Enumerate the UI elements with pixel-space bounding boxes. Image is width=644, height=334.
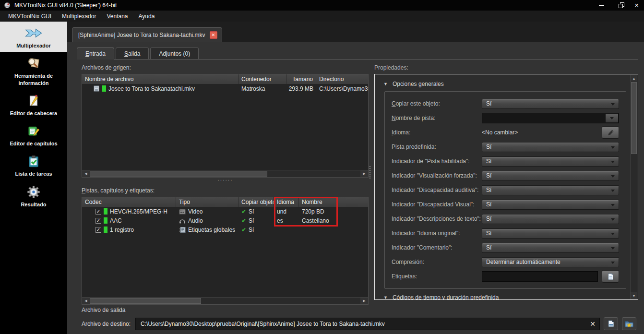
scrollbar-thumb[interactable] — [631, 82, 637, 154]
nombre-pista-combo[interactable] — [482, 113, 619, 123]
track-codec: AAC — [110, 217, 122, 224]
prop-row-discapacidad-auditiva: Indicador "Discapacidad auditiva": Sí — [392, 183, 619, 197]
track-row-video[interactable]: ✓ HEVC/H.265/MPEG-H — [82, 207, 368, 216]
menu-ayuda[interactable]: Ayuda — [133, 12, 160, 21]
discapacidad-visual-select[interactable]: Sí — [482, 200, 619, 210]
properties-panel: ▼ Opciones generales Copiar este objeto:… — [374, 74, 638, 300]
prop-label: Indicador "Descripciones de texto": — [392, 215, 482, 222]
column-header[interactable]: Contenedor — [239, 74, 286, 84]
descripciones-texto-select[interactable]: Sí — [482, 214, 619, 224]
source-files-hscrollbar[interactable]: ◀ ▶ — [82, 170, 368, 177]
section-codigos-tiempo[interactable]: ▼ Códigos de tiempo y duración predefini… — [383, 294, 626, 299]
favorite-folder-button[interactable] — [622, 317, 636, 330]
section-opciones-generales[interactable]: ▼ Opciones generales — [383, 81, 626, 87]
tab-adjuntos[interactable]: Adjuntos (0) — [150, 48, 199, 59]
copiar-objeto-select[interactable]: Sí — [482, 99, 619, 109]
sidebar-item-label: Lista de tareas — [15, 170, 52, 177]
sidebar-item-label: Editor de cabecera — [10, 110, 57, 117]
track-checkbox[interactable]: ✓ — [95, 227, 101, 233]
tab-entrada[interactable]: Entrada — [77, 48, 114, 60]
scroll-down-icon[interactable]: ▼ — [631, 292, 637, 299]
pista-predefinida-select[interactable]: Sí — [482, 142, 619, 152]
track-checkbox[interactable]: ✓ — [95, 209, 101, 215]
prop-row-compresion: Compresión: Determinar automáticamente — [392, 255, 619, 269]
folder-star-icon — [625, 320, 633, 328]
tracks-hscrollbar[interactable]: ◀ ▶ — [82, 297, 368, 304]
visualizacion-forzada-select[interactable]: Sí — [482, 171, 619, 181]
sidebar-item-editor-cabecera[interactable]: Editor de cabecera — [0, 89, 67, 119]
tracks-header: Codec Tipo Copiar objeto Idioma Nombre — [82, 197, 368, 207]
general-options-group: Copiar este objeto: Sí Nombre de pista: … — [384, 91, 626, 289]
etiquetas-input[interactable] — [482, 271, 598, 282]
horizontal-splitter[interactable]: ······ — [82, 178, 369, 182]
info-tool-icon — [24, 55, 43, 72]
column-header[interactable]: Directorio — [316, 74, 368, 84]
scrollbar-thumb[interactable] — [90, 298, 201, 304]
track-codec: 1 registro — [110, 227, 134, 233]
restore-button[interactable] — [611, 0, 632, 11]
source-files-header: Nombre de archivo Contenedor Tamaño Dire… — [82, 74, 368, 84]
sidebar-item-lista-tareas[interactable]: Lista de tareas — [0, 150, 67, 180]
scroll-right-icon[interactable]: ▶ — [360, 170, 368, 177]
prop-row-pista-habilitada: Indicador de "Pista habilitada": Sí — [392, 154, 619, 168]
sidebar-item-herramienta-informacion[interactable]: Herramienta de información — [0, 52, 67, 89]
column-header[interactable]: Nombre de archivo — [82, 74, 239, 84]
header-editor-icon — [24, 93, 43, 109]
column-header[interactable]: Copiar objeto — [239, 197, 274, 207]
scroll-left-icon[interactable]: ◀ — [82, 170, 90, 177]
properties-vscrollbar[interactable]: ▲ ▼ — [630, 75, 637, 299]
file-tab[interactable]: [SphinxAnime] Josee to Tora to Sakana-ta… — [72, 27, 222, 42]
menu-mkvtoolnix-gui[interactable]: MKVToolNix GUI — [3, 12, 57, 21]
track-copy: Sí — [249, 208, 254, 215]
destination-input[interactable] — [135, 318, 600, 330]
edit-language-button[interactable] — [602, 126, 619, 139]
source-file-directory: C:\Users\Dynamo30 — [316, 84, 368, 93]
source-file-row[interactable]: Josee to Tora to Sakanatachi.mkv Matrosk… — [82, 84, 368, 93]
track-color-swatch — [104, 217, 107, 224]
discapacidad-auditiva-select[interactable]: Sí — [482, 185, 619, 195]
track-color-swatch — [104, 227, 107, 233]
track-row-tags[interactable]: ✓ 1 registro — [82, 225, 368, 234]
menu-multiplexador[interactable]: Multiplexador — [57, 12, 101, 21]
column-header[interactable]: Codec — [82, 197, 176, 207]
clear-destination-icon[interactable]: ✕ — [590, 320, 596, 328]
file-tab-close-icon[interactable]: ✕ — [210, 31, 217, 39]
browse-tags-button[interactable] — [602, 270, 619, 283]
file-icon — [607, 273, 614, 280]
menu-ventana[interactable]: Ventana — [101, 12, 133, 21]
scroll-right-icon[interactable]: ▶ — [360, 298, 368, 304]
file-tab-label: [SphinxAnime] Josee to Tora to Sakana-ta… — [78, 32, 205, 38]
tool-sidebar: Multiplexador Herramienta de información — [0, 22, 67, 334]
minimize-button[interactable] — [591, 0, 611, 11]
sidebar-item-multiplexador[interactable]: Multiplexador — [0, 22, 67, 52]
scroll-up-icon[interactable]: ▲ — [631, 75, 637, 82]
sidebar-item-label: Multiplexador — [16, 42, 51, 49]
chapter-editor-icon — [24, 123, 43, 139]
prop-label: Idioma: — [392, 129, 482, 136]
track-name: Castellano — [299, 216, 368, 225]
source-file-container: Matroska — [239, 84, 286, 93]
browse-destination-button[interactable] — [604, 317, 618, 330]
track-language: und — [274, 207, 299, 216]
track-checkbox[interactable]: ✓ — [95, 218, 101, 224]
column-header[interactable]: Nombre — [299, 197, 368, 207]
compresion-select[interactable]: Determinar automáticamente — [482, 257, 619, 267]
close-button[interactable]: ✕ — [632, 0, 644, 11]
comentario-select[interactable]: Sí — [482, 243, 619, 253]
column-header[interactable]: Idioma — [274, 197, 299, 207]
scrollbar-thumb[interactable] — [90, 171, 267, 177]
sidebar-item-editor-capitulos[interactable]: Editor de capítulos — [0, 119, 67, 150]
idioma-original-select[interactable]: Sí — [482, 228, 619, 239]
track-row-audio[interactable]: ✓ AAC — [82, 216, 368, 225]
scroll-left-icon[interactable]: ◀ — [82, 298, 90, 304]
column-header[interactable]: Tamaño — [286, 74, 316, 84]
tab-salida[interactable]: Salida — [116, 48, 149, 59]
sub-tab-bar: Entrada Salida Adjuntos (0) — [77, 48, 638, 60]
prop-row-nombre-pista: Nombre de pista: — [392, 111, 619, 125]
prop-row-etiquetas: Etiquetas: — [392, 269, 619, 284]
sidebar-item-resultado[interactable]: Resultado — [0, 180, 67, 211]
column-header[interactable]: Tipo — [176, 197, 239, 207]
combo-arrow-icon[interactable] — [606, 114, 618, 122]
destination-label: Archivo de destino: — [82, 321, 131, 327]
pista-habilitada-select[interactable]: Sí — [482, 156, 619, 167]
